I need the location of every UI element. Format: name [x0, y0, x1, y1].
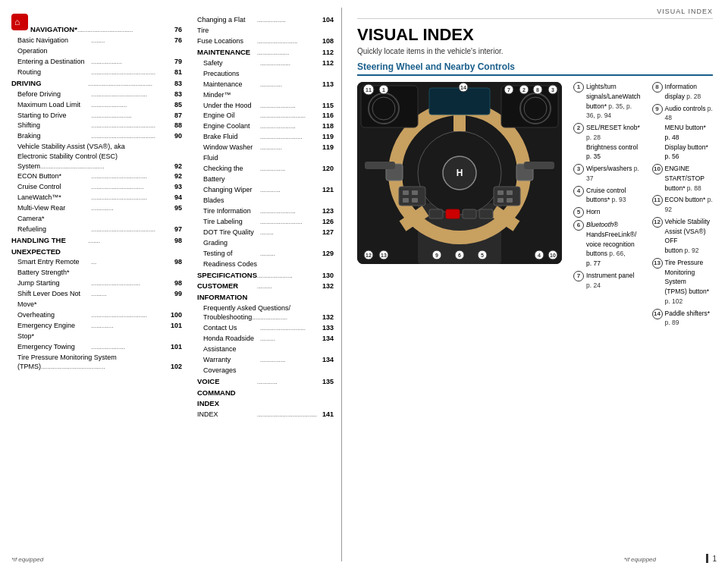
steering-wheel-svg: H: [357, 82, 562, 264]
toc-items-col1: Basic Navigation Operation ........ 76 E…: [11, 36, 182, 373]
toc-item: Emergency Towing .................... 10…: [11, 342, 182, 353]
toc-item: Changing a Flat Tire ................. 1…: [197, 15, 334, 36]
toc-item-specs: SPECIFICATIONS ..................... 130: [197, 270, 334, 281]
legend-area: 1 Lights/turn signals/LaneWatchbutton* p…: [573, 82, 713, 330]
legend-right: 8 Information display p. 28 9 Audio cont…: [652, 82, 713, 330]
visual-index-subtitle: Quickly locate items in the vehicle's in…: [357, 47, 713, 55]
callout-2: 2: [573, 123, 584, 134]
svg-rect-29: [524, 162, 554, 169]
legend-item-4: 4 Cruise control buttons* p. 93: [573, 186, 641, 206]
legend-item-9: 9 Audio controls p. 48MENU button* p. 48…: [652, 104, 713, 162]
callout-5: 5: [573, 207, 584, 218]
toc-item: Tire Information ..................... 1…: [197, 206, 334, 217]
svg-text:8: 8: [536, 87, 539, 93]
toc-column-1: NAVIGATION* ............................…: [0, 0, 190, 569]
toc-item-handling: HANDLING THE UNEXPECTED ....... 98: [11, 235, 182, 257]
page-number: 1: [712, 555, 717, 563]
toc-item: Before Driving .........................…: [11, 90, 182, 100]
svg-rect-15: [412, 198, 418, 203]
svg-text:12: 12: [366, 253, 372, 258]
svg-rect-12: [403, 190, 409, 195]
callout-9: 9: [652, 104, 663, 115]
toc-item: Honda Roadside Assistance ......... 134: [197, 334, 334, 355]
legend-item-1: 1 Lights/turn signals/LaneWatchbutton* p…: [573, 82, 641, 121]
svg-text:11: 11: [366, 87, 372, 93]
footnote-if-equipped-left: *if equipped: [11, 556, 43, 563]
visual-index-header-label: VISUAL INDEX: [357, 8, 713, 19]
svg-text:5: 5: [481, 253, 484, 258]
svg-text:10: 10: [550, 253, 556, 258]
page-footer: *if equipped *if equipped: [0, 556, 728, 563]
visual-index-title: VISUAL INDEX: [357, 25, 713, 45]
svg-text:1: 1: [382, 87, 385, 93]
svg-text:9: 9: [435, 253, 438, 258]
legend-item-5: 5 Horn: [573, 207, 641, 218]
callout-3: 3: [573, 164, 584, 174]
svg-rect-16: [494, 187, 520, 206]
toc-item: Fuse Locations ........................ …: [197, 36, 334, 47]
svg-rect-18: [507, 190, 513, 195]
home-icon: [11, 14, 28, 30]
svg-text:3: 3: [551, 87, 554, 93]
legend-item-6: 6 Bluetooth® HandsFreeLink®/voice recogn…: [573, 220, 641, 269]
svg-rect-23: [429, 88, 490, 115]
callout-1: 1: [573, 82, 584, 93]
toc-item: Brake Fluid ......................... 11…: [197, 132, 334, 143]
toc-item: Routing ................................…: [11, 68, 182, 78]
callout-7: 7: [573, 271, 584, 281]
toc-item-voice: VOICE COMMAND INDEX ............ 135: [197, 376, 334, 410]
toc-item: Changing Wiper Blades ............ 121: [197, 185, 334, 206]
svg-rect-33: [479, 209, 493, 218]
svg-text:4: 4: [538, 253, 541, 258]
toc-item: Tire Labeling ......................... …: [197, 217, 334, 228]
svg-rect-30: [429, 209, 443, 218]
toc-item: Cruise Control .........................…: [11, 182, 182, 193]
svg-text:2: 2: [522, 87, 526, 93]
toc-item: Testing of Readiness Codes ......... 129: [197, 249, 334, 270]
toc-item-faq: Frequently Asked Questions/ Troubleshoot…: [197, 303, 334, 323]
svg-rect-31: [446, 209, 460, 218]
toc-item: Shift Lever Does Not Move* ......... 99: [11, 289, 182, 310]
toc-item-window-washer: Window Washer Fluid ............. 119: [197, 143, 334, 164]
toc-item: Multi-View Rear Camera* ............. 95: [11, 203, 182, 225]
legend-item-13: 13 Tire Pressure Monitoring System(TPMS)…: [652, 258, 713, 307]
legend-item-10: 10 ENGINE START/STOP button* p. 88: [652, 164, 713, 193]
svg-rect-17: [497, 190, 504, 195]
svg-text:13: 13: [381, 253, 387, 258]
toc-item-vsa: Vehicle Stability Assist (VSA®), aka Ele…: [11, 142, 182, 171]
svg-rect-28: [365, 162, 395, 169]
toc-item-driving: DRIVING ................................…: [11, 78, 182, 90]
toc-item: Braking ................................…: [11, 131, 182, 142]
toc-item-tpms: Tire Pressure Monitoring System (TPMS) .…: [11, 353, 182, 373]
toc-item: Maximum Load Limit .....................…: [11, 100, 182, 111]
legend-item-12: 12 Vehicle Stability Assist (VSA®) OFFbu…: [652, 217, 713, 256]
toc-item: Jump Starting ..........................…: [11, 278, 182, 289]
svg-text:14: 14: [460, 85, 466, 90]
toc-item: Maintenance Minder™ ............. 113: [197, 80, 334, 101]
steering-wheel-image: H: [357, 82, 562, 264]
toc-item: Contact Us ........................... 1…: [197, 323, 334, 334]
legend-item-8: 8 Information display p. 28: [652, 82, 713, 102]
toc-item: ECON Button* ...........................…: [11, 171, 182, 182]
toc-item: Refueling ..............................…: [11, 225, 182, 235]
svg-rect-19: [497, 198, 504, 203]
toc-item: Safety Precautions .................. 11…: [197, 58, 334, 80]
toc-item-maintenance: MAINTENANCE ................... 112: [197, 47, 334, 58]
page: NAVIGATION* ............................…: [0, 0, 728, 569]
toc-nav-page: 76: [165, 25, 182, 36]
toc-item: Engine Coolant ..................... 118: [197, 121, 334, 132]
toc-item: Entering a Destination .................…: [11, 57, 182, 68]
page-number-area: 1: [706, 554, 717, 563]
callout-10: 10: [652, 164, 663, 174]
toc-item: LaneWatch™* ............................…: [11, 193, 182, 203]
svg-text:7: 7: [507, 87, 510, 93]
legend-item-3: 3 Wipers/washers p. 37: [573, 164, 641, 184]
legend-item-14: 14 Paddle shifters* p. 89: [652, 309, 713, 329]
toc-item-index: INDEX ..................................…: [197, 410, 334, 420]
callout-4: 4: [573, 186, 584, 196]
steering-area: H: [357, 82, 713, 330]
toc-item: DOT Tire Quality Grading ........ 127: [197, 228, 334, 249]
toc-item: Smart Entry Remote Battery Strength* ...…: [11, 257, 182, 278]
toc-item: Emergency Engine Stop* ............. 101: [11, 321, 182, 342]
callout-14: 14: [652, 309, 663, 319]
